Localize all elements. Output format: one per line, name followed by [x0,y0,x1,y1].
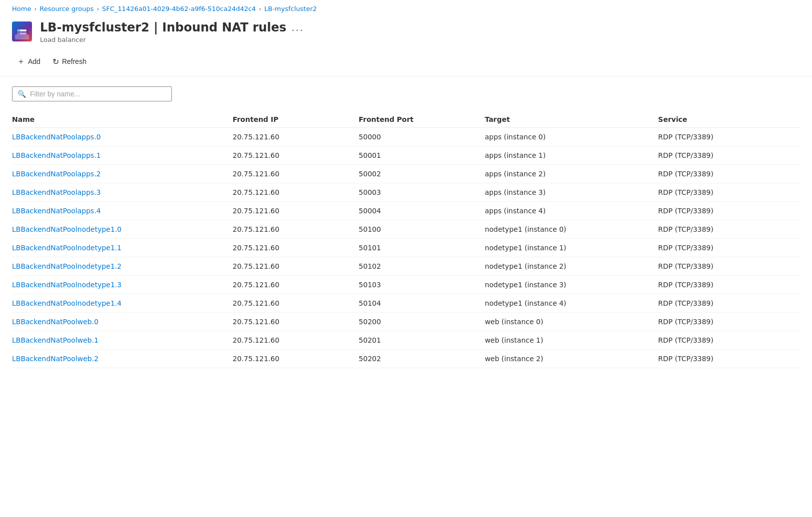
row-frontend-port-cell: 50004 [359,201,485,220]
row-service-cell: RDP (TCP/3389) [658,201,800,220]
row-frontend-port-cell: 50001 [359,146,485,164]
nat-rule-link[interactable]: LBBackendNatPoolnodetype1.0 [12,225,121,233]
breadcrumb: Home › Resource groups › SFC_11426a01-40… [0,0,812,16]
filter-input[interactable] [30,90,166,98]
table-row: LBBackendNatPoolnodetype1.220.75.121.605… [12,257,800,275]
row-name-cell: LBBackendNatPoolapps.1 [12,146,233,164]
table-row: LBBackendNatPoolapps.120.75.121.6050001a… [12,146,800,164]
row-target-cell: nodetype1 (instance 0) [485,220,658,238]
nat-rule-link[interactable]: LBBackendNatPoolapps.2 [12,170,101,178]
row-service-cell: RDP (TCP/3389) [658,257,800,275]
row-frontend-ip-cell: 20.75.121.60 [233,257,359,275]
row-frontend-port-cell: 50002 [359,164,485,183]
breadcrumb-sep-1: › [34,5,36,12]
table-row: LBBackendNatPoolweb.020.75.121.6050200we… [12,312,800,331]
row-target-cell: apps (instance 3) [485,183,658,201]
col-header-service: Service [658,111,800,128]
breadcrumb-resource-groups[interactable]: Resource groups [39,5,93,12]
table-row: LBBackendNatPoolnodetype1.320.75.121.605… [12,275,800,294]
row-name-cell: LBBackendNatPoolweb.0 [12,312,233,331]
filter-box[interactable]: 🔍 [12,86,172,101]
table-header-row: Name Frontend IP Frontend Port Target Se… [12,111,800,128]
page-title-text: LB-mysfcluster2 | Inbound NAT rules [40,20,286,35]
svg-point-2 [18,30,20,31]
row-name-cell: LBBackendNatPoolapps.4 [12,201,233,220]
row-frontend-port-cell: 50102 [359,257,485,275]
row-service-cell: RDP (TCP/3389) [658,349,800,368]
refresh-button[interactable]: ↻ Refresh [47,54,91,69]
row-name-cell: LBBackendNatPoolnodetype1.0 [12,220,233,238]
breadcrumb-home[interactable]: Home [12,5,31,12]
row-service-cell: RDP (TCP/3389) [658,164,800,183]
row-frontend-port-cell: 50100 [359,220,485,238]
row-frontend-port-cell: 50103 [359,275,485,294]
svg-point-3 [18,33,20,34]
row-name-cell: LBBackendNatPoolnodetype1.1 [12,238,233,257]
resource-icon [12,21,32,41]
row-name-cell: LBBackendNatPoolapps.3 [12,183,233,201]
search-icon: 🔍 [17,90,26,98]
nat-rule-link[interactable]: LBBackendNatPoolnodetype1.3 [12,281,121,289]
page-title-group: LB-mysfcluster2 | Inbound NAT rules ... … [40,20,304,43]
row-name-cell: LBBackendNatPoolnodetype1.3 [12,275,233,294]
row-frontend-ip-cell: 20.75.121.60 [233,294,359,312]
row-target-cell: web (instance 2) [485,349,658,368]
row-frontend-port-cell: 50104 [359,294,485,312]
row-frontend-port-cell: 50202 [359,349,485,368]
row-target-cell: nodetype1 (instance 3) [485,275,658,294]
nat-rule-link[interactable]: LBBackendNatPoolnodetype1.4 [12,299,121,307]
row-frontend-ip-cell: 20.75.121.60 [233,183,359,201]
row-frontend-port-cell: 50101 [359,238,485,257]
row-target-cell: nodetype1 (instance 2) [485,257,658,275]
row-target-cell: apps (instance 4) [485,201,658,220]
table-row: LBBackendNatPoolnodetype1.420.75.121.605… [12,294,800,312]
content-area: 🔍 Name Frontend IP Frontend Port Target … [0,76,812,378]
col-header-frontend-ip: Frontend IP [233,111,359,128]
col-header-frontend-port: Frontend Port [359,111,485,128]
page-title: LB-mysfcluster2 | Inbound NAT rules ... [40,20,304,35]
row-frontend-port-cell: 50000 [359,127,485,146]
row-service-cell: RDP (TCP/3389) [658,127,800,146]
row-frontend-ip-cell: 20.75.121.60 [233,127,359,146]
table-row: LBBackendNatPoolweb.220.75.121.6050202we… [12,349,800,368]
page-subtitle: Load balancer [40,36,304,43]
col-header-name: Name [12,111,233,128]
more-options-icon[interactable]: ... [291,21,304,33]
refresh-label: Refresh [62,57,86,65]
table-row: LBBackendNatPoolapps.420.75.121.6050004a… [12,201,800,220]
nat-rule-link[interactable]: LBBackendNatPoolnodetype1.1 [12,244,121,252]
row-target-cell: web (instance 1) [485,331,658,349]
row-target-cell: apps (instance 0) [485,127,658,146]
row-name-cell: LBBackendNatPoolweb.1 [12,331,233,349]
row-frontend-ip-cell: 20.75.121.60 [233,275,359,294]
row-service-cell: RDP (TCP/3389) [658,220,800,238]
nat-rule-link[interactable]: LBBackendNatPoolweb.2 [12,355,98,363]
row-name-cell: LBBackendNatPoolapps.2 [12,164,233,183]
nat-rule-link[interactable]: LBBackendNatPoolweb.1 [12,336,98,344]
nat-rule-link[interactable]: LBBackendNatPoolweb.0 [12,318,98,326]
row-frontend-ip-cell: 20.75.121.60 [233,331,359,349]
table-row: LBBackendNatPoolapps.020.75.121.6050000a… [12,127,800,146]
row-frontend-ip-cell: 20.75.121.60 [233,220,359,238]
nat-rule-link[interactable]: LBBackendNatPoolapps.1 [12,151,101,159]
toolbar: ＋ Add ↻ Refresh [0,51,812,76]
row-frontend-port-cell: 50200 [359,312,485,331]
breadcrumb-lb[interactable]: LB-mysfcluster2 [264,5,317,12]
breadcrumb-sep-3: › [259,5,261,12]
refresh-icon: ↻ [52,57,59,66]
breadcrumb-sep-2: › [96,5,99,12]
nat-rule-link[interactable]: LBBackendNatPoolnodetype1.2 [12,262,121,270]
row-frontend-port-cell: 50003 [359,183,485,201]
row-target-cell: nodetype1 (instance 4) [485,294,658,312]
col-header-target: Target [485,111,658,128]
row-service-cell: RDP (TCP/3389) [658,294,800,312]
plus-icon: ＋ [17,56,25,67]
nat-rule-link[interactable]: LBBackendNatPoolapps.4 [12,207,101,215]
row-service-cell: RDP (TCP/3389) [658,331,800,349]
row-frontend-ip-cell: 20.75.121.60 [233,238,359,257]
add-button[interactable]: ＋ Add [12,53,45,70]
row-target-cell: web (instance 0) [485,312,658,331]
nat-rule-link[interactable]: LBBackendNatPoolapps.0 [12,133,101,141]
breadcrumb-sfc[interactable]: SFC_11426a01-4029-4b62-a9f6-510ca24d42c4 [102,5,256,12]
nat-rule-link[interactable]: LBBackendNatPoolapps.3 [12,188,101,196]
